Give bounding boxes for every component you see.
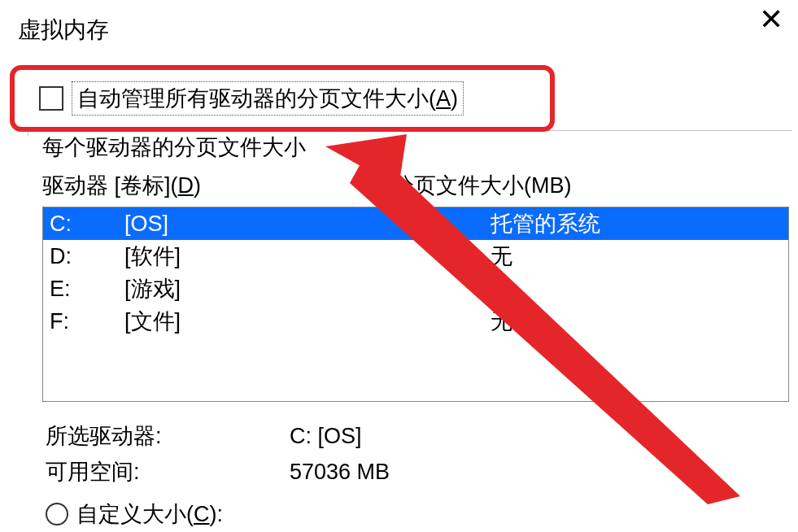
selected-drive-label: 所选驱动器: — [46, 418, 162, 454]
drive-row[interactable]: E:[游戏]无 — [43, 273, 788, 305]
window-title: 虚拟内存 — [18, 17, 109, 42]
auto-manage-label-wrap[interactable]: 自动管理所有驱动器的分页文件大小(A) — [72, 81, 464, 116]
drive-letter: E: — [50, 273, 71, 305]
drive-label: [游戏] — [124, 273, 181, 305]
drive-pagefile-size: 无 — [491, 240, 512, 273]
close-icon[interactable]: ✕ — [759, 5, 783, 34]
drive-row[interactable]: F:[文件]无 — [43, 305, 788, 338]
drive-row[interactable]: C:[OS]托管的系统 — [43, 207, 788, 240]
column-header-drive: 驱动器 [卷标](D) — [42, 171, 201, 200]
free-space-value: 57036 MB — [290, 454, 390, 490]
drive-pagefile-size: 托管的系统 — [491, 207, 600, 240]
drive-letter: C: — [50, 207, 72, 240]
drive-letter: D: — [50, 240, 72, 273]
drive-label: [文件] — [124, 305, 181, 338]
auto-manage-highlight: 自动管理所有驱动器的分页文件大小(A) — [10, 65, 555, 132]
auto-manage-label: 自动管理所有驱动器的分页文件大小(A) — [77, 86, 458, 111]
drive-pagefile-size: 无 — [491, 273, 512, 305]
free-space-label: 可用空间: — [46, 454, 140, 490]
custom-size-label: 自定义大小(C): — [76, 499, 223, 529]
selected-drive-info: 所选驱动器: C: [OS] 可用空间: 57036 MB — [46, 418, 778, 490]
drive-row[interactable]: D:[软件]无 — [43, 240, 788, 273]
drive-label: [OS] — [124, 207, 168, 240]
custom-size-row[interactable]: 自定义大小(C): — [46, 499, 223, 529]
selected-drive-value: C: [OS] — [290, 418, 362, 454]
title-bar: 虚拟内存 ✕ — [0, 0, 798, 47]
drive-listbox[interactable]: C:[OS]托管的系统D:[软件]无E:[游戏]无F:[文件]无 — [42, 207, 789, 402]
drive-pagefile-size: 无 — [491, 305, 512, 338]
column-header-size: 分页文件大小(MB) — [392, 171, 571, 200]
auto-manage-checkbox[interactable] — [39, 86, 63, 111]
custom-size-radio[interactable] — [46, 503, 68, 525]
drive-letter: F: — [50, 305, 69, 338]
groupbox-title: 每个驱动器的分页文件大小 — [37, 133, 311, 162]
drive-label: [软件] — [124, 240, 181, 273]
